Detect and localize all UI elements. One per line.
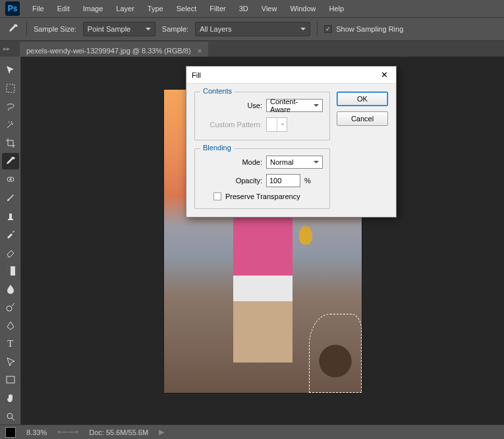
- menu-layer[interactable]: Layer: [110, 2, 140, 15]
- foreground-color-swatch[interactable]: [5, 427, 16, 438]
- show-sampling-ring-checkbox[interactable]: ✓ Show Sampling Ring: [324, 25, 403, 33]
- brush-tool[interactable]: [2, 190, 19, 206]
- sample-label: Sample:: [162, 25, 188, 33]
- menu-view[interactable]: View: [256, 2, 283, 15]
- preserve-transparency-checkbox[interactable]: [213, 192, 221, 200]
- opacity-input[interactable]: 100: [266, 174, 300, 187]
- menu-file[interactable]: File: [26, 2, 50, 15]
- rectangle-tool[interactable]: [2, 372, 19, 388]
- svg-point-4: [7, 306, 12, 311]
- menu-image[interactable]: Image: [77, 2, 109, 15]
- menubar: Ps File Edit Image Layer Type Select Fil…: [0, 0, 504, 17]
- svg-point-6: [7, 413, 13, 419]
- marquee-tool[interactable]: [2, 80, 19, 97]
- sample-size-label: Sample Size:: [34, 25, 76, 33]
- zoom-tool[interactable]: [2, 408, 19, 424]
- clone-stamp-tool[interactable]: [2, 208, 19, 224]
- pen-tool[interactable]: [2, 317, 19, 334]
- menu-window[interactable]: Window: [284, 2, 322, 15]
- healing-brush-tool[interactable]: [2, 171, 19, 188]
- dialog-title: Fill: [192, 71, 201, 79]
- show-sampling-ring-label: Show Sampling Ring: [336, 25, 403, 33]
- document-tab-title: pexels-wendy-wei-13299947.jpg @ 8.33% (R…: [26, 47, 191, 55]
- close-icon[interactable]: ×: [198, 47, 202, 55]
- separator: [317, 22, 318, 36]
- type-tool[interactable]: T: [2, 336, 19, 352]
- move-tool[interactable]: [2, 62, 19, 78]
- mode-select[interactable]: Normal: [266, 156, 323, 169]
- hand-tool[interactable]: [2, 390, 19, 407]
- opacity-unit: %: [304, 177, 311, 185]
- custom-pattern-picker: [266, 117, 287, 132]
- contents-fieldset: Contents Use: Content-Aware Custom Patte…: [194, 92, 330, 140]
- crop-tool[interactable]: [2, 135, 19, 152]
- sample-size-select[interactable]: Point Sample: [83, 22, 155, 36]
- menu-filter[interactable]: Filter: [204, 2, 231, 15]
- close-button[interactable]: ✕: [378, 69, 391, 82]
- history-brush-tool[interactable]: [2, 226, 19, 243]
- status-bar: 8.33% ⟵⟶ Doc: 55.6M/55.6M ▶: [0, 424, 504, 439]
- zoom-level[interactable]: 8.33%: [26, 428, 47, 436]
- doc-size-label: Doc: 55.6M/55.6M: [89, 428, 148, 436]
- menu-edit[interactable]: Edit: [51, 2, 76, 15]
- use-label: Use:: [202, 102, 262, 109]
- blending-legend: Blending: [200, 144, 234, 152]
- menu-help[interactable]: Help: [323, 2, 350, 15]
- eyedropper-icon: [7, 22, 20, 36]
- dialog-titlebar[interactable]: Fill ✕: [186, 67, 396, 84]
- blending-fieldset: Blending Mode: Normal Opacity: 100 % Pre…: [194, 148, 330, 209]
- eraser-tool[interactable]: [2, 245, 19, 261]
- fill-dialog: Fill ✕ Contents Use: Content-Aware Custo…: [186, 66, 397, 218]
- menu-type[interactable]: Type: [142, 2, 169, 15]
- canvas-image-content: [299, 226, 312, 245]
- check-icon: ✓: [324, 25, 332, 33]
- mode-label: Mode:: [202, 158, 262, 166]
- path-selection-tool[interactable]: [2, 354, 19, 370]
- tab-strip-handle[interactable]: ▸▸: [3, 45, 10, 52]
- blur-tool[interactable]: [2, 281, 19, 297]
- menu-select[interactable]: Select: [171, 2, 203, 15]
- menu-3d[interactable]: 3D: [233, 2, 254, 15]
- custom-pattern-label: Custom Pattern:: [202, 121, 262, 129]
- svg-rect-0: [7, 84, 14, 92]
- tools-panel: T: [0, 57, 21, 424]
- eyedropper-tool[interactable]: [2, 153, 19, 169]
- gradient-tool[interactable]: [2, 262, 19, 279]
- opacity-label: Opacity:: [202, 177, 262, 185]
- magic-wand-tool[interactable]: [2, 117, 19, 133]
- selection-marquee: [309, 314, 362, 393]
- separator: [26, 22, 27, 36]
- contents-legend: Contents: [200, 87, 235, 95]
- ok-button[interactable]: OK: [337, 92, 388, 106]
- dodge-tool[interactable]: [2, 299, 19, 316]
- use-select[interactable]: Content-Aware: [266, 99, 323, 112]
- cancel-button[interactable]: Cancel: [337, 111, 388, 126]
- sample-select[interactable]: All Layers: [195, 22, 310, 36]
- svg-rect-5: [7, 376, 14, 383]
- svg-rect-3: [6, 266, 11, 276]
- app-logo: Ps: [5, 1, 20, 16]
- lasso-tool[interactable]: [2, 98, 19, 115]
- options-bar: Sample Size: Point Sample Sample: All La…: [0, 17, 504, 41]
- preserve-transparency-label: Preserve Transparency: [225, 192, 300, 200]
